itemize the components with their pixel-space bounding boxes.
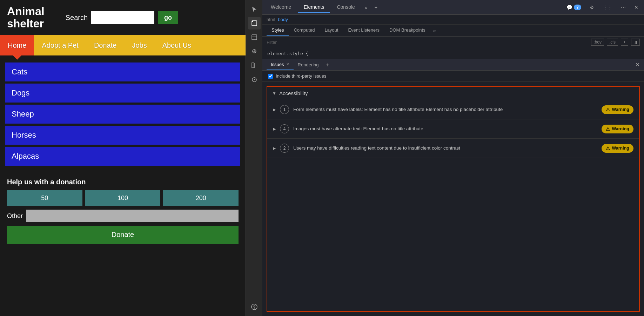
amount-200-button[interactable]: 200: [163, 190, 239, 206]
list-item[interactable]: Cats: [5, 62, 240, 81]
resize-button[interactable]: ◨: [631, 39, 640, 46]
tab-dom-breakpoints[interactable]: DOM Breakpoints: [384, 25, 430, 36]
site-header: Animal shelter Search go: [0, 0, 246, 35]
issue-2-count: 4: [280, 124, 289, 133]
issue-3-count: 2: [280, 144, 289, 153]
add-tab-icon[interactable]: +: [372, 2, 380, 12]
expand-issue-2-icon[interactable]: ▶: [273, 127, 276, 131]
issue-3-severity: ⚠ Warning: [602, 144, 633, 153]
cls-button[interactable]: .cls: [607, 39, 618, 46]
filter-input[interactable]: [267, 40, 588, 45]
svg-line-11: [254, 79, 255, 80]
include-third-party-label: Include third-party issues: [276, 73, 327, 79]
settings-button[interactable]: ⚙: [587, 3, 597, 12]
close-devtools-button[interactable]: ✕: [631, 3, 641, 12]
issue-2-severity: ⚠ Warning: [602, 125, 633, 133]
close-drawer-button[interactable]: ✕: [635, 61, 640, 68]
nav-item-donate[interactable]: Donate: [86, 35, 125, 55]
nav-item-home[interactable]: Home: [0, 35, 34, 55]
search-area: Search go: [66, 11, 178, 24]
devtools-tabs: Welcome Elements Console » + 💬 7 ⚙ ⋮⋮ ⋯ …: [262, 0, 644, 15]
search-label: Search: [66, 14, 88, 22]
tab-styles[interactable]: Styles: [267, 25, 289, 36]
donation-title: Help us with a donation: [7, 178, 239, 186]
accessibility-section: ▼ Accessibility ▶ 1 Form elements must h…: [267, 86, 640, 312]
console-icon[interactable]: [248, 31, 261, 44]
nav-item-about[interactable]: About Us: [155, 35, 199, 55]
tab-layout[interactable]: Layout: [320, 25, 343, 36]
list-item[interactable]: Dogs: [5, 84, 240, 103]
svg-text:?: ?: [253, 305, 255, 310]
donate-button[interactable]: Donate: [7, 226, 239, 244]
tab-elements[interactable]: Elements: [298, 2, 330, 13]
nav-bar: Home Adopt a Pet Donate Jobs About Us: [0, 35, 246, 55]
other-amount-input[interactable]: [26, 210, 239, 222]
include-third-party-checkbox[interactable]: [268, 74, 273, 79]
tab-event-listeners[interactable]: Event Listeners: [343, 25, 384, 36]
timer-icon[interactable]: [248, 73, 261, 86]
help-icon[interactable]: ?: [248, 301, 261, 313]
notifications-badge: 7: [574, 5, 581, 10]
cursor-icon[interactable]: [248, 3, 261, 15]
other-row: Other: [7, 210, 239, 222]
issue-row: ▶ 4 Images must have alternate text: Ele…: [267, 119, 639, 139]
more-tabs-icon[interactable]: »: [362, 2, 370, 12]
issue-row: ▶ 1 Form elements must have labels: Elem…: [267, 100, 639, 119]
more-options-button[interactable]: ⋯: [618, 3, 629, 12]
svg-rect-1: [252, 21, 253, 22]
devtools-top-right: 💬 7 ⚙ ⋮⋮ ⋯ ✕: [564, 3, 641, 12]
drawer-tab-issues[interactable]: Issues ✕: [267, 59, 294, 70]
tab-computed[interactable]: Computed: [289, 25, 320, 36]
html-tag[interactable]: html: [267, 17, 275, 22]
svg-rect-2: [252, 35, 257, 40]
bug-icon[interactable]: [248, 45, 261, 58]
palette-icon[interactable]: [248, 59, 261, 72]
expand-issue-3-icon[interactable]: ▶: [273, 146, 276, 151]
svg-rect-7: [252, 63, 254, 68]
more-styles-tabs-icon[interactable]: »: [430, 26, 439, 35]
other-label: Other: [7, 212, 23, 220]
bottom-drawer: Issues ✕ Rendering + ✕ Include third-par…: [262, 59, 644, 316]
accessibility-header: ▼ Accessibility: [267, 87, 639, 100]
drawer-tab-rendering[interactable]: Rendering: [294, 60, 323, 70]
accessibility-title: Accessibility: [279, 90, 308, 96]
drawer-tabs: Issues ✕ Rendering + ✕: [262, 59, 644, 71]
issue-1-text: Form elements must have labels: Element …: [293, 106, 597, 113]
donation-amounts: 50 100 200: [7, 190, 239, 206]
close-issues-tab[interactable]: ✕: [286, 62, 289, 67]
nav-item-adopt[interactable]: Adopt a Pet: [34, 35, 86, 55]
customize-button[interactable]: ⋮⋮: [600, 3, 615, 12]
go-button[interactable]: go: [158, 11, 178, 24]
filter-row: :hov .cls + ◨: [262, 37, 644, 48]
body-tag[interactable]: body: [278, 17, 288, 22]
expand-issue-1-icon[interactable]: ▶: [273, 107, 276, 112]
html-body-row: html body: [262, 15, 644, 25]
tab-console[interactable]: Console: [331, 2, 360, 13]
list-item[interactable]: Sheep: [5, 105, 240, 124]
element-style-line: element.style {: [262, 48, 644, 59]
issue-3-text: Users may have difficulties reading text…: [293, 145, 597, 152]
third-party-row: Include third-party issues: [262, 71, 644, 82]
issue-2-text: Images must have alternate text: Element…: [293, 125, 597, 132]
devtools-sidebar: ?: [246, 0, 262, 316]
notifications-button[interactable]: 💬 7: [564, 3, 584, 12]
list-item[interactable]: Alpacas: [5, 147, 240, 166]
warning-icon: ⚠: [606, 107, 610, 112]
add-drawer-tab-button[interactable]: +: [326, 62, 329, 68]
collapse-accessibility-icon[interactable]: ▼: [272, 91, 276, 96]
website-panel: Animal shelter Search go Home Adopt a Pe…: [0, 0, 246, 316]
inspector-icon[interactable]: [248, 17, 261, 29]
amount-50-button[interactable]: 50: [7, 190, 82, 206]
tab-welcome[interactable]: Welcome: [265, 2, 297, 13]
hov-button[interactable]: :hov: [591, 39, 604, 46]
list-item[interactable]: Horses: [5, 126, 240, 145]
issue-1-severity: ⚠ Warning: [602, 105, 633, 114]
nav-item-jobs[interactable]: Jobs: [124, 35, 154, 55]
amount-100-button[interactable]: 100: [85, 190, 161, 206]
issue-1-count: 1: [280, 105, 289, 114]
search-input[interactable]: [91, 11, 154, 24]
add-style-button[interactable]: +: [621, 39, 628, 46]
devtools-panel: Welcome Elements Console » + 💬 7 ⚙ ⋮⋮ ⋯ …: [262, 0, 644, 316]
donation-section: Help us with a donation 50 100 200 Other…: [0, 173, 246, 249]
warning-icon: ⚠: [606, 146, 610, 151]
